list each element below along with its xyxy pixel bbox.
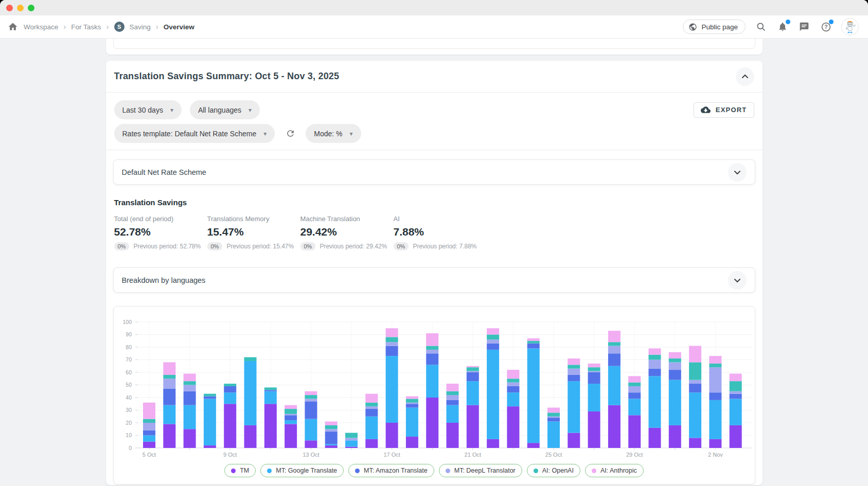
bar-segment[interactable] xyxy=(163,362,175,375)
bar-segment[interactable] xyxy=(527,443,539,448)
bar-segment[interactable] xyxy=(668,352,681,358)
stacked-bar[interactable] xyxy=(568,358,580,448)
bar-segment[interactable] xyxy=(709,400,721,439)
languages-filter-dropdown[interactable]: All languages ▾ xyxy=(190,100,260,119)
bar-segment[interactable] xyxy=(285,409,297,414)
bar-segment[interactable] xyxy=(689,392,701,438)
bar-segment[interactable] xyxy=(345,438,358,440)
expand-breakdown-button[interactable] xyxy=(728,271,747,290)
bar-segment[interactable] xyxy=(183,391,196,405)
breadcrumb-item-workspace[interactable]: Workspace xyxy=(24,23,58,31)
stacked-bar[interactable] xyxy=(163,362,175,448)
bar-segment[interactable] xyxy=(365,406,378,409)
bar-segment[interactable] xyxy=(163,405,175,424)
legend-item[interactable]: TM xyxy=(224,464,256,477)
minimize-window-button[interactable] xyxy=(17,5,24,11)
stacked-bar[interactable] xyxy=(527,338,539,448)
bar-segment[interactable] xyxy=(466,367,479,371)
bar-segment[interactable] xyxy=(163,379,175,389)
bar-segment[interactable] xyxy=(305,440,317,448)
bar-segment[interactable] xyxy=(648,369,661,376)
bar-segment[interactable] xyxy=(568,381,580,433)
bar-segment[interactable] xyxy=(547,417,560,418)
bar-segment[interactable] xyxy=(628,376,641,382)
breadcrumb-item-for-tasks[interactable]: For Tasks xyxy=(71,23,101,31)
stacked-bar[interactable] xyxy=(729,373,741,448)
bar-segment[interactable] xyxy=(285,420,297,424)
bar-segment[interactable] xyxy=(507,379,519,382)
bar-segment[interactable] xyxy=(426,346,438,350)
stacked-bar[interactable] xyxy=(244,357,256,448)
bar-segment[interactable] xyxy=(648,355,661,360)
bar-segment[interactable] xyxy=(426,353,438,365)
stacked-bar[interactable] xyxy=(345,433,358,448)
bar-segment[interactable] xyxy=(628,415,641,448)
bar-segment[interactable] xyxy=(466,366,479,367)
bar-segment[interactable] xyxy=(648,376,661,427)
bar-segment[interactable] xyxy=(466,372,479,381)
bar-segment[interactable] xyxy=(568,358,580,365)
bar-segment[interactable] xyxy=(608,366,620,405)
public-page-button[interactable]: Public page xyxy=(683,20,746,34)
bar-segment[interactable] xyxy=(345,447,358,448)
bar-segment[interactable] xyxy=(325,422,337,425)
bar-segment[interactable] xyxy=(628,392,641,399)
zoom-window-button[interactable] xyxy=(28,5,34,11)
bar-segment[interactable] xyxy=(588,371,600,372)
bar-segment[interactable] xyxy=(224,384,236,386)
bar-segment[interactable] xyxy=(385,423,398,448)
bar-segment[interactable] xyxy=(588,372,600,384)
search-icon[interactable] xyxy=(755,21,767,33)
bar-segment[interactable] xyxy=(628,386,641,392)
stacked-bar[interactable] xyxy=(487,328,499,448)
bar-segment[interactable] xyxy=(285,414,297,415)
bar-segment[interactable] xyxy=(729,399,741,425)
bar-segment[interactable] xyxy=(689,438,701,448)
chat-icon[interactable] xyxy=(798,21,810,33)
bar-segment[interactable] xyxy=(446,423,458,448)
bar-segment[interactable] xyxy=(547,422,560,448)
legend-item[interactable]: AI: OpenAI xyxy=(527,464,580,477)
bar-segment[interactable] xyxy=(183,385,196,391)
stacked-bar[interactable] xyxy=(143,403,155,448)
bar-segment[interactable] xyxy=(729,381,741,391)
breakdown-row[interactable]: Breakdown by languages xyxy=(113,267,755,293)
bar-segment[interactable] xyxy=(527,344,539,349)
bar-segment[interactable] xyxy=(729,425,741,448)
period-filter-dropdown[interactable]: Last 30 days ▾ xyxy=(114,100,182,119)
stacked-bar[interactable] xyxy=(588,364,600,448)
stacked-bar[interactable] xyxy=(608,331,620,448)
stacked-bar[interactable] xyxy=(466,366,479,448)
stacked-bar[interactable] xyxy=(689,346,701,448)
bar-segment[interactable] xyxy=(689,362,701,380)
bar-segment[interactable] xyxy=(709,364,721,367)
refresh-button[interactable] xyxy=(281,124,299,143)
bar-segment[interactable] xyxy=(325,445,337,448)
bar-segment[interactable] xyxy=(709,439,721,448)
bar-segment[interactable] xyxy=(487,339,499,343)
bar-segment[interactable] xyxy=(729,391,741,394)
bar-segment[interactable] xyxy=(163,375,175,379)
stacked-bar[interactable] xyxy=(628,376,641,448)
bar-segment[interactable] xyxy=(648,360,661,369)
bar-segment[interactable] xyxy=(568,375,580,381)
stacked-bar[interactable] xyxy=(183,373,196,448)
bar-segment[interactable] xyxy=(224,404,236,448)
bar-segment[interactable] xyxy=(568,369,580,375)
mode-dropdown[interactable]: Mode: % ▾ xyxy=(306,124,361,143)
bar-segment[interactable] xyxy=(345,440,358,446)
bar-segment[interactable] xyxy=(305,395,317,399)
bar-segment[interactable] xyxy=(305,391,317,395)
bar-segment[interactable] xyxy=(405,397,418,399)
bar-segment[interactable] xyxy=(668,358,681,362)
notifications-bell-icon[interactable] xyxy=(776,21,789,33)
legend-item[interactable]: MT: Google Translate xyxy=(260,464,344,477)
bar-segment[interactable] xyxy=(426,398,438,448)
stacked-bar[interactable] xyxy=(405,397,418,448)
bar-segment[interactable] xyxy=(588,411,600,448)
bar-segment[interactable] xyxy=(264,391,276,404)
bar-segment[interactable] xyxy=(628,399,641,415)
bar-segment[interactable] xyxy=(568,433,580,448)
bar-segment[interactable] xyxy=(385,328,398,337)
bar-segment[interactable] xyxy=(507,406,519,448)
